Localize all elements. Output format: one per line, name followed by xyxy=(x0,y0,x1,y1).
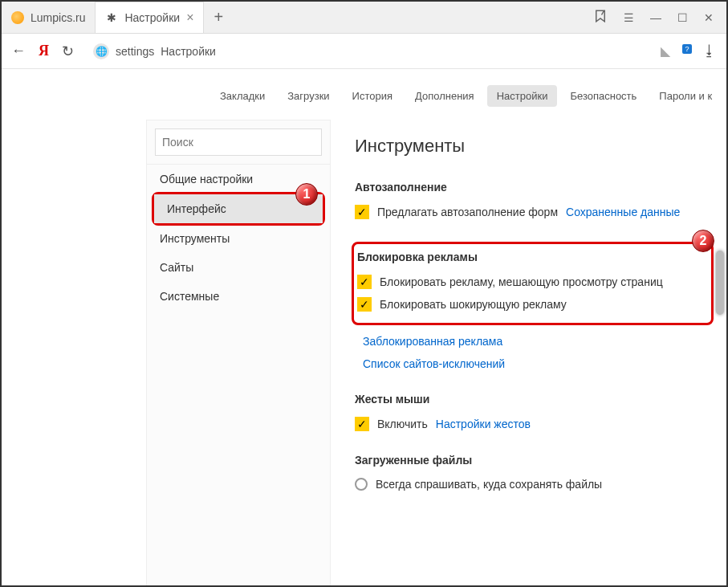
annotation-badge-1: 1 xyxy=(295,183,318,206)
main-area: Общие настройки 1 Интерфейс Инструменты … xyxy=(2,120,726,587)
checkbox-label-block-ads: Блокировать рекламу, мешающую просмотру … xyxy=(380,275,663,288)
sidebar-item-system[interactable]: Системные xyxy=(147,282,330,311)
annotation-highlight-2: 2 Блокировка рекламы ✓ Блокировать рекла… xyxy=(352,242,714,325)
checkbox-label-autofill: Предлагать автозаполнение форм xyxy=(377,206,558,218)
back-button[interactable]: ← xyxy=(11,43,26,59)
bookmark-icon[interactable]: ◣ xyxy=(661,43,670,59)
tab-label: Настройки xyxy=(124,11,180,24)
tab-close-icon[interactable]: × xyxy=(186,10,193,25)
section-autofill: Автозаполнение ✓ Предлагать автозаполнен… xyxy=(355,181,710,219)
radio-label-always-ask: Всегда спрашивать, куда сохранять файлы xyxy=(376,478,602,491)
nav-tab-downloads[interactable]: Загрузки xyxy=(278,85,339,107)
checkbox-block-shocking[interactable]: ✓ xyxy=(357,297,372,312)
address-bar[interactable]: 🌐 settings Настройки ◣ xyxy=(87,40,677,63)
section-adblock: 2 Блокировка рекламы ✓ Блокировать рекла… xyxy=(355,242,710,370)
annotation-badge-2: 2 xyxy=(692,230,714,252)
scrollbar-thumb[interactable] xyxy=(716,251,724,315)
settings-nav: Закладки Загрузки История Дополнения Нас… xyxy=(2,69,726,120)
nav-tab-addons[interactable]: Дополнения xyxy=(405,85,484,107)
section-downloads: Загруженные файлы Всегда спрашивать, куд… xyxy=(355,454,710,491)
section-title-downloads: Загруженные файлы xyxy=(355,454,710,467)
checkbox-label-gestures: Включить xyxy=(377,418,428,430)
nav-tab-security[interactable]: Безопасность xyxy=(560,85,646,107)
sidebar-item-sites[interactable]: Сайты xyxy=(147,253,330,282)
nav-tab-bookmarks[interactable]: Закладки xyxy=(210,85,275,107)
section-gestures: Жесты мыши ✓ Включить Настройки жестов xyxy=(355,393,710,431)
tab-label: Lumpics.ru xyxy=(31,11,85,24)
sidebar-item-tools[interactable]: Инструменты xyxy=(147,224,330,253)
section-title-adblock: Блокировка рекламы xyxy=(357,251,703,263)
nav-tab-history[interactable]: История xyxy=(343,85,402,107)
radio-always-ask[interactable] xyxy=(355,478,368,491)
reload-button[interactable]: ↻ xyxy=(62,43,74,60)
minimize-icon[interactable]: — xyxy=(650,11,661,24)
annotation-highlight-1: 1 Интерфейс xyxy=(152,192,325,226)
window-controls: ☰ — ☐ ✕ xyxy=(593,9,726,26)
browser-tab-settings[interactable]: ✱ Настройки × xyxy=(95,2,204,33)
settings-sidebar: Общие настройки 1 Интерфейс Инструменты … xyxy=(146,120,331,587)
globe-icon: 🌐 xyxy=(93,43,109,59)
page-title: Инструменты xyxy=(355,136,710,157)
nav-tab-passwords[interactable]: Пароли и к xyxy=(649,85,722,107)
checkbox-gestures[interactable]: ✓ xyxy=(355,417,369,431)
address-text-left: settings xyxy=(116,45,154,58)
menu-icon[interactable]: ☰ xyxy=(624,11,634,24)
close-icon[interactable]: ✕ xyxy=(704,11,714,24)
link-blocked-ads[interactable]: Заблокированная реклама xyxy=(363,335,710,348)
favorites-icon[interactable] xyxy=(593,9,608,26)
address-text-right: Настройки xyxy=(161,45,216,58)
orange-icon xyxy=(11,11,24,24)
section-title-autofill: Автозаполнение xyxy=(355,181,710,194)
browser-tab-lumpics[interactable]: Lumpics.ru xyxy=(2,2,95,33)
nav-tab-settings[interactable]: Настройки xyxy=(487,85,558,107)
link-saved-data[interactable]: Сохраненные данные xyxy=(566,206,680,218)
settings-content: Инструменты Автозаполнение ✓ Предлагать … xyxy=(331,120,726,587)
gear-icon: ✱ xyxy=(105,11,118,24)
title-bar: Lumpics.ru ✱ Настройки × + ☰ — ☐ ✕ xyxy=(2,2,726,34)
link-exceptions[interactable]: Список сайтов-исключений xyxy=(363,357,710,370)
section-title-gestures: Жесты мыши xyxy=(355,393,710,406)
toolbar: ← Я ↻ 🌐 settings Настройки ◣ ? ⭳ xyxy=(2,34,726,69)
link-gesture-settings[interactable]: Настройки жестов xyxy=(436,418,531,430)
checkbox-block-ads[interactable]: ✓ xyxy=(357,275,372,289)
downloads-icon[interactable]: ⭳ xyxy=(702,43,717,59)
maximize-icon[interactable]: ☐ xyxy=(677,11,688,24)
yandex-home-button[interactable]: Я xyxy=(39,43,49,59)
checkbox-label-block-shocking: Блокировать шокирующую рекламу xyxy=(380,298,567,311)
sidebar-search-input[interactable] xyxy=(155,128,322,156)
new-tab-button[interactable]: + xyxy=(204,8,233,26)
checkbox-autofill[interactable]: ✓ xyxy=(355,205,369,219)
